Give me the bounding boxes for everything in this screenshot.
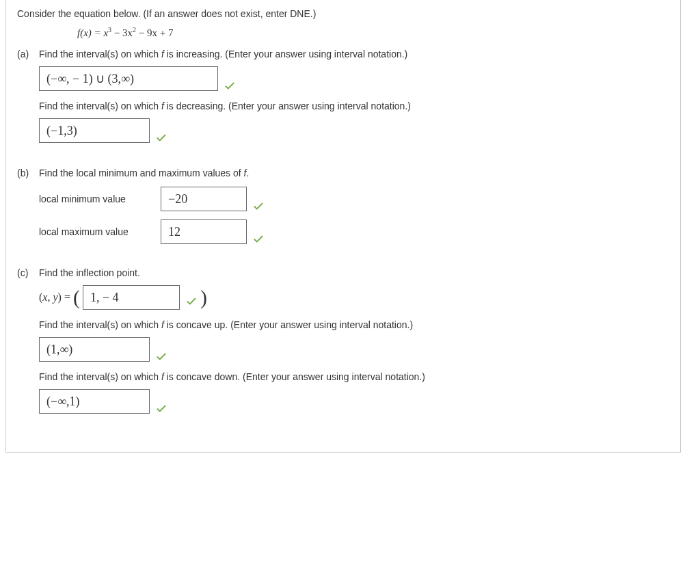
part-a-label: (a) [17, 49, 39, 59]
answer-concave-down-input[interactable]: (−∞,1) [39, 389, 150, 414]
answer-decreasing-input[interactable]: (−1,3) [39, 118, 150, 143]
part-a-prompt-increasing: Find the interval(s) on which f is incre… [39, 49, 669, 59]
local-min-label: local minimum value [39, 193, 148, 204]
part-b: (b) Find the local minimum and maximum v… [17, 168, 669, 252]
part-a: (a) Find the interval(s) on which f is i… [17, 49, 669, 152]
part-c-prompt: Find the inflection point. [39, 267, 669, 278]
intro-text: Consider the equation below. (If an answ… [17, 8, 669, 19]
part-b-label: (b) [17, 168, 39, 178]
part-c-label: (c) [17, 267, 39, 278]
check-icon [252, 200, 265, 214]
part-b-prompt: Find the local minimum and maximum value… [39, 168, 669, 178]
equation: f(x) = x3 − 3x2 − 9x + 7 [77, 26, 669, 39]
close-paren-icon: ) [200, 287, 207, 308]
inflection-input[interactable]: 1, − 4 [83, 285, 180, 310]
open-paren-icon: ( [73, 287, 80, 308]
check-icon [252, 232, 265, 247]
local-min-input[interactable]: −20 [161, 187, 247, 211]
check-icon [155, 402, 167, 416]
xy-label: (x, y) = [39, 291, 70, 304]
check-icon [185, 295, 198, 310]
answer-increasing-input[interactable]: (−∞, − 1) ∪ (3,∞) [39, 66, 218, 91]
part-c: (c) Find the inflection point. (x, y) = … [17, 267, 669, 423]
answer-concave-up-input[interactable]: (1,∞) [39, 337, 150, 362]
check-icon [224, 79, 236, 94]
local-max-input[interactable]: 12 [161, 219, 247, 244]
local-max-label: local maximum value [39, 226, 148, 237]
part-c-prompt-down: Find the interval(s) on which f is conca… [39, 371, 669, 382]
check-icon [155, 131, 167, 146]
part-c-prompt-up: Find the interval(s) on which f is conca… [39, 319, 669, 330]
part-a-prompt-decreasing: Find the interval(s) on which f is decre… [39, 101, 669, 111]
question-container: Consider the equation below. (If an answ… [5, 0, 681, 453]
check-icon [155, 350, 167, 364]
inflection-line: (x, y) = ( 1, − 4 ) [39, 285, 669, 310]
